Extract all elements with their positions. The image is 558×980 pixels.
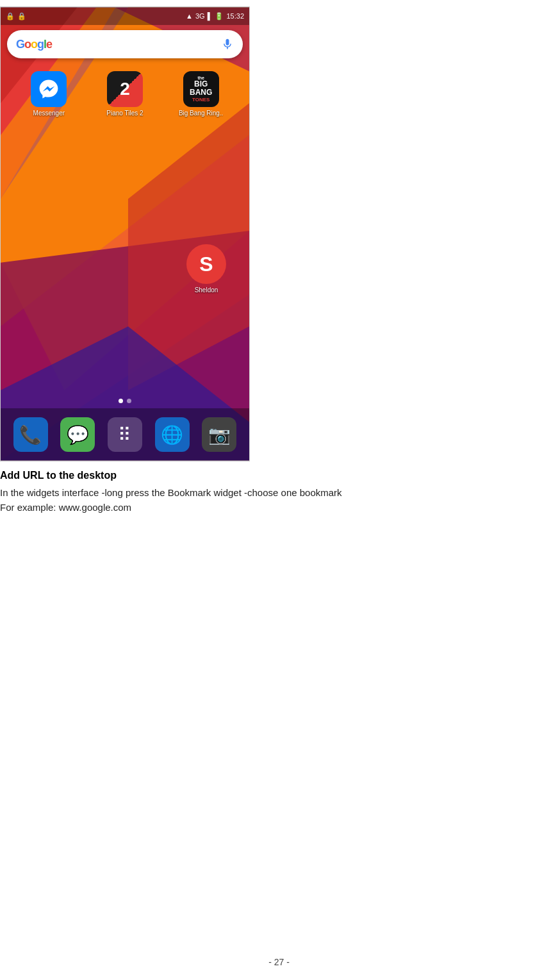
app-icons-row: Messenger 2 Piano Tiles 2 the BIG BANG T…: [1, 71, 249, 117]
page-number: - 27 -: [268, 957, 290, 967]
google-logo: Google: [16, 38, 52, 51]
sim-icon: 🔒: [17, 12, 26, 21]
sheldon-contact-icon[interactable]: S Sheldon: [186, 244, 226, 294]
sheldon-label: Sheldon: [195, 287, 218, 294]
dock: 📞 💬 ⠿ 🌐 📷: [1, 408, 249, 461]
sheldon-initial: S: [199, 253, 213, 276]
dock-browser[interactable]: 🌐: [155, 417, 190, 452]
dot-1: [119, 399, 123, 403]
signal-bars: ▌: [208, 12, 213, 20]
piano-tiles-app-icon[interactable]: 2 Piano Tiles 2: [99, 71, 151, 117]
page-indicator: [1, 399, 249, 403]
sheldon-avatar: S: [186, 244, 226, 284]
status-left: 🔒 🔒: [6, 12, 26, 21]
signal-label: 3G: [195, 12, 205, 20]
bigbang-label: Big Bang Ring..: [179, 110, 224, 117]
dock-sms[interactable]: 💬: [60, 417, 95, 452]
dock-phone[interactable]: 📞: [13, 417, 48, 452]
piano-tiles-label: Piano Tiles 2: [106, 110, 143, 117]
content-body: In the widgets interface -long press the…: [0, 486, 448, 515]
mic-icon[interactable]: [221, 38, 234, 51]
messenger-icon-img: [31, 71, 67, 107]
content-body-text: In the widgets interface -long press the…: [0, 487, 342, 513]
messenger-label: Messenger: [33, 110, 65, 117]
piano-tiles-icon-img: 2: [107, 71, 143, 107]
dot-2: [127, 399, 131, 403]
content-title: Add URL to the desktop: [0, 468, 448, 483]
content-section: Add URL to the desktop In the widgets in…: [0, 468, 448, 515]
time-label: 15:32: [226, 12, 244, 20]
messenger-app-icon[interactable]: Messenger: [23, 71, 74, 117]
lock-icon: 🔒: [6, 12, 15, 21]
status-bar: 🔒 🔒 ▲ 3G ▌ 🔋 15:32: [1, 7, 249, 25]
bigbang-app-icon[interactable]: the BIG BANG TONES Big Bang Ring..: [176, 71, 227, 117]
status-right: ▲ 3G ▌ 🔋 15:32: [186, 12, 244, 21]
battery-icon: 🔋: [215, 12, 224, 21]
bigbang-icon-img: the BIG BANG TONES: [183, 71, 219, 107]
dock-app-drawer[interactable]: ⠿: [108, 417, 142, 452]
wifi-icon: ▲: [186, 12, 193, 20]
dock-camera[interactable]: 📷: [202, 417, 236, 452]
phone-screenshot: 🔒 🔒 ▲ 3G ▌ 🔋 15:32 Google Messenger 2: [0, 6, 250, 461]
google-search-bar[interactable]: Google: [7, 30, 243, 58]
